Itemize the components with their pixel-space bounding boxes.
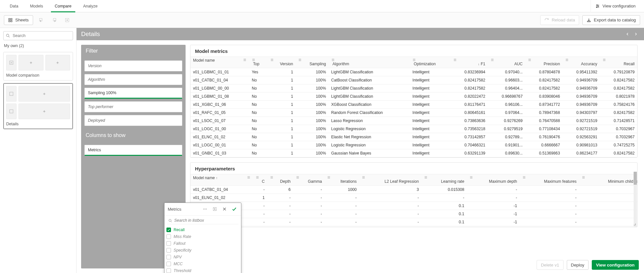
cell-algorithm: Lasso Regression — [329, 117, 410, 125]
column-header[interactable]: Optimization — [410, 57, 451, 68]
column-menu-icon[interactable] — [602, 58, 635, 62]
tab-data[interactable]: Data — [4, 0, 24, 12]
column-header[interactable]: Accuracy — [563, 57, 600, 68]
table-row[interactable]: v01_LGBMC_00_00No1100%LightGBM Classific… — [190, 84, 637, 92]
sheet-card-details[interactable]: ✦ ✦ Details — [3, 83, 73, 129]
metrics-option[interactable]: Miss Rate — [166, 233, 239, 240]
filter-algorithm[interactable]: Algorithm — [84, 74, 182, 85]
column-menu-icon[interactable] — [327, 176, 357, 179]
column-menu-icon[interactable] — [491, 58, 523, 62]
smart-select-icon[interactable] — [62, 15, 72, 25]
next-sheet-icon[interactable] — [632, 31, 639, 38]
cell-auc: 0.92789... — [488, 133, 525, 141]
sheet-card-model-comparison[interactable]: ✦ ✦ Model comparison — [3, 52, 73, 81]
column-menu-icon[interactable] — [528, 58, 560, 62]
column-menu-icon[interactable] — [296, 176, 322, 179]
column-menu-icon[interactable] — [256, 176, 265, 179]
tab-models[interactable]: Models — [24, 0, 49, 12]
table-row[interactable]: v01_CATBC_01_04-6-100030.015308---- — [190, 185, 637, 193]
column-menu-icon[interactable] — [331, 58, 407, 62]
tab-analyze[interactable]: Analyze — [77, 0, 103, 12]
column-menu-icon[interactable] — [243, 58, 247, 62]
column-menu-icon[interactable] — [469, 176, 517, 179]
table-row[interactable]: v01_LGBMC_01_01Yes1100%LightGBM Classifi… — [190, 68, 637, 76]
vertical-scrollbar[interactable] — [634, 172, 637, 227]
tab-compare[interactable]: Compare — [49, 0, 77, 12]
table-row[interactable]: v01_LGBMC_01_08-----0.1-1-20- — [190, 218, 637, 226]
metrics-option[interactable]: Threshold — [166, 267, 239, 273]
metrics-option[interactable]: NPV — [166, 254, 239, 260]
selection-back-icon[interactable] — [36, 15, 46, 25]
sheet-search-input[interactable] — [3, 31, 73, 40]
column-header[interactable]: Maximum depth — [467, 174, 520, 185]
column-header[interactable]: Maximum features — [520, 174, 579, 185]
table-row[interactable]: v01_RAFC_01_05No1100%Random Forest Class… — [190, 108, 637, 117]
metrics-option[interactable]: Fallout — [166, 240, 239, 247]
column-header[interactable]: Depth — [267, 174, 293, 185]
filter-deployed[interactable]: Deployed — [84, 115, 182, 126]
filter-top-performer[interactable]: Top performer — [84, 101, 182, 112]
table-row[interactable]: v01_GNBC_01_03No1100%Gaussian Naive Baye… — [190, 149, 637, 157]
filter-sampling[interactable]: Sampling 100% — [84, 88, 182, 99]
column-menu-icon[interactable] — [412, 58, 448, 62]
table-row[interactable]: v01_LGBMC_01_01-----0.1-1-20- — [190, 210, 637, 218]
column-menu-icon[interactable] — [362, 176, 419, 179]
confirm-icon[interactable] — [231, 205, 238, 213]
prev-sheet-icon[interactable] — [624, 31, 631, 38]
column-header[interactable]: L2 Leaf Regression — [359, 174, 421, 185]
column-menu-icon[interactable] — [522, 176, 577, 179]
selection-forward-icon[interactable] — [49, 15, 59, 25]
popover-search-input[interactable] — [167, 217, 238, 224]
sheets-button[interactable]: Sheets — [4, 15, 33, 25]
column-header[interactable]: Iterations — [324, 174, 359, 185]
table-row[interactable]: v01_LGBMC_00_00-----0.1-1-20- — [190, 202, 637, 210]
column-header[interactable]: Model name ↑ — [190, 174, 253, 185]
table-row[interactable]: v01_CATBC_01_04No1100%CatBoost Classific… — [190, 76, 637, 84]
metrics-option[interactable]: Specificity — [166, 247, 239, 254]
more-icon[interactable] — [201, 205, 209, 213]
column-header[interactable]: Version — [268, 57, 296, 68]
column-menu-icon[interactable] — [247, 176, 250, 179]
column-menu-icon[interactable] — [424, 176, 464, 179]
column-header[interactable]: Algorithm — [329, 57, 410, 68]
expand-icon[interactable] — [633, 222, 637, 226]
table-row[interactable]: v01_ELNC_01_021--------- — [190, 193, 637, 202]
delete-button[interactable]: Delete v1 — [537, 260, 563, 270]
table-row[interactable]: v01_LOGC_01_00No1100%Logistic Regression… — [190, 125, 637, 133]
column-menu-icon[interactable] — [582, 176, 637, 179]
column-header[interactable]: Sampling — [296, 57, 328, 68]
table-row[interactable]: v01_LGBMC_01_08No1100%LightGBM Classific… — [190, 92, 637, 100]
filter-version[interactable]: Version — [84, 60, 182, 71]
column-header[interactable]: ↓ F1 — [451, 57, 488, 68]
column-header[interactable]: Gamma — [293, 174, 325, 185]
column-header[interactable]: Precision — [525, 57, 563, 68]
column-header[interactable]: Minimum child samples — [579, 174, 637, 185]
column-header[interactable]: AUC — [488, 57, 525, 68]
export-data-button[interactable]: Export data to catalog — [582, 15, 640, 25]
select-tool-icon[interactable] — [211, 205, 218, 213]
column-menu-icon[interactable] — [453, 58, 485, 62]
close-icon[interactable] — [221, 205, 228, 213]
deploy-button[interactable]: Deploy — [567, 260, 589, 270]
column-header[interactable]: Model name — [190, 57, 249, 68]
reload-data-button[interactable]: Reload data — [540, 15, 579, 25]
columns-metrics-chip[interactable]: Metrics — [84, 145, 182, 156]
column-menu-icon[interactable] — [298, 58, 326, 62]
column-menu-icon[interactable] — [565, 58, 597, 62]
column-header[interactable]: Recall — [600, 57, 637, 68]
metrics-option[interactable]: Recall — [166, 226, 239, 233]
table-row[interactable]: v01_XGBC_01_06No1100%XGBoost Classificat… — [190, 100, 637, 108]
metrics-option[interactable]: MCC — [166, 260, 239, 267]
column-menu-icon[interactable] — [270, 58, 293, 62]
cell: - — [421, 193, 467, 202]
column-header[interactable]: C — [253, 174, 267, 185]
view-configuration-link[interactable]: View configuration — [590, 0, 640, 12]
view-configuration-button[interactable]: View configuration — [592, 260, 639, 270]
table-row[interactable]: v01_ELNC_01_02No1100%Elastic Net Regress… — [190, 133, 637, 141]
table-row[interactable]: v01_LSOC_01_07No1100%Lasso RegressionInt… — [190, 117, 637, 125]
column-menu-icon[interactable] — [252, 58, 265, 62]
column-header[interactable]: Learning rate — [421, 174, 467, 185]
column-menu-icon[interactable] — [270, 176, 291, 179]
table-row[interactable]: v01_LOGC_00_01No1100%Logistic Regression… — [190, 141, 637, 149]
column-header[interactable]: Top — [249, 57, 268, 68]
